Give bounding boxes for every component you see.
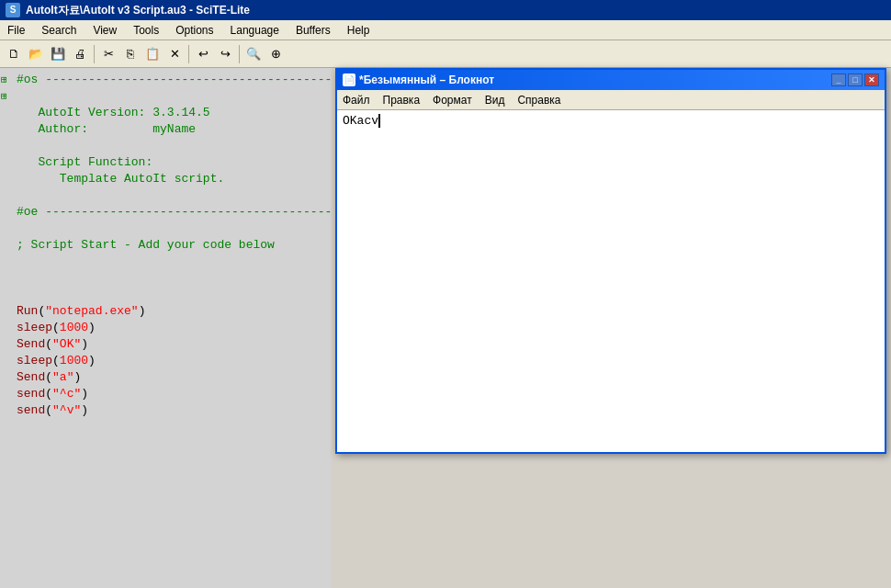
code-line-2 (17, 88, 331, 105)
menu-language[interactable]: Language (223, 22, 287, 39)
notepad-menu-help[interactable]: Справка (512, 93, 566, 107)
toolbar-new[interactable]: 🗋 (4, 44, 24, 64)
notepad-close-btn[interactable]: ✕ (864, 74, 879, 86)
notepad-title-left: 📄 *Безымянный – Блокнот (343, 74, 494, 86)
editor-area[interactable]: ⊞ ⊞ #os --------------------------------… (0, 68, 331, 588)
code-line-14 (17, 287, 331, 303)
notepad-window[interactable]: 📄 *Безымянный – Блокнот _ □ ✕ Файл Правк… (335, 68, 886, 454)
scite-title-text: AutoIt자료\AutoIt v3 Script.au3 - SciTE-Li… (26, 3, 250, 18)
code-line-5 (17, 138, 331, 154)
editor-content[interactable]: #os ------------------------------------… (13, 68, 331, 588)
toolbar-copy[interactable]: ⎘ (120, 44, 141, 64)
menu-tools[interactable]: Tools (126, 22, 166, 39)
code-line-8 (17, 187, 331, 204)
notepad-content-area[interactable]: OKacv (337, 110, 885, 452)
menu-buffers[interactable]: Buffers (288, 22, 338, 39)
notepad-minimize-btn[interactable]: _ (831, 74, 846, 86)
menu-view[interactable]: View (85, 22, 124, 39)
notepad-controls[interactable]: _ □ ✕ (831, 74, 879, 86)
notepad-menu-view[interactable]: Вид (479, 93, 511, 107)
toolbar-find-next[interactable]: ⊕ (265, 44, 286, 64)
code-line-20: send("^c") (17, 386, 331, 402)
toolbar-sep3 (239, 45, 240, 63)
code-line-1: #os ------------------------------------… (17, 72, 331, 88)
toolbar-undo[interactable]: ↩ (193, 44, 213, 64)
code-line-13 (17, 270, 331, 287)
toolbar-open[interactable]: 📂 (26, 44, 46, 64)
menu-help[interactable]: Help (340, 22, 378, 39)
notepad-title-bar: 📄 *Безымянный – Блокнот _ □ ✕ (337, 70, 885, 90)
menu-options[interactable]: Options (168, 22, 220, 39)
toolbar-sep1 (94, 45, 95, 63)
notepad-menu-format[interactable]: Формат (427, 93, 478, 107)
code-line-11: ; Script Start - Add your code below (17, 237, 331, 254)
scite-icon: S (6, 3, 20, 17)
notepad-maximize-btn[interactable]: □ (848, 74, 863, 86)
code-line-16: sleep(1000) (17, 320, 331, 336)
menu-search[interactable]: Search (34, 22, 84, 39)
toolbar-find[interactable]: 🔍 (243, 44, 264, 64)
editor-gutter: ⊞ ⊞ (0, 68, 13, 588)
notepad-icon: 📄 (343, 74, 355, 86)
code-line-4: Author: myName (17, 121, 331, 138)
scite-toolbar: 🗋 📂 💾 🖨 ✂ ⎘ 📋 ✕ ↩ ↪ 🔍 ⊕ (0, 40, 891, 68)
text-cursor (378, 114, 380, 128)
toolbar-save[interactable]: 💾 (48, 44, 68, 64)
code-line-12 (17, 254, 331, 270)
code-line-19: Send("a") (17, 369, 331, 386)
scite-menu-bar: File Search View Tools Options Language … (0, 20, 891, 40)
notepad-menu-bar: Файл Правка Формат Вид Справка (337, 90, 885, 110)
code-line-18: sleep(1000) (17, 353, 331, 369)
code-line-6: Script Function: (17, 154, 331, 171)
notepad-menu-file[interactable]: Файл (337, 93, 376, 107)
toolbar-cut[interactable]: ✂ (98, 44, 118, 64)
code-line-17: Send("OK") (17, 336, 331, 353)
notepad-title-text: *Безымянный – Блокнот (359, 74, 494, 86)
code-line-3: AutoIt Version: 3.3.14.5 (17, 105, 331, 121)
code-line-15: Run("notepad.exe") (17, 303, 331, 320)
rest-area: 📄 *Безымянный – Блокнот _ □ ✕ Файл Правк… (331, 68, 891, 588)
toolbar-redo[interactable]: ↪ (215, 44, 235, 64)
code-line-7: Template AutoIt script. (17, 171, 331, 187)
scite-title-bar: S AutoIt자료\AutoIt v3 Script.au3 - SciTE-… (0, 0, 891, 20)
toolbar-sep2 (188, 45, 189, 63)
main-area: ⊞ ⊞ #os --------------------------------… (0, 68, 891, 588)
notepad-text: OKacv (343, 114, 378, 128)
toolbar-close[interactable]: ✕ (164, 44, 185, 64)
toolbar-paste[interactable]: 📋 (142, 44, 163, 64)
code-line-21: send("^v") (17, 402, 331, 419)
code-line-10 (17, 220, 331, 237)
notepad-menu-edit[interactable]: Правка (378, 93, 426, 107)
code-line-9: #oe ------------------------------------… (17, 204, 331, 220)
toolbar-print[interactable]: 🖨 (70, 44, 90, 64)
menu-file[interactable]: File (0, 22, 32, 39)
